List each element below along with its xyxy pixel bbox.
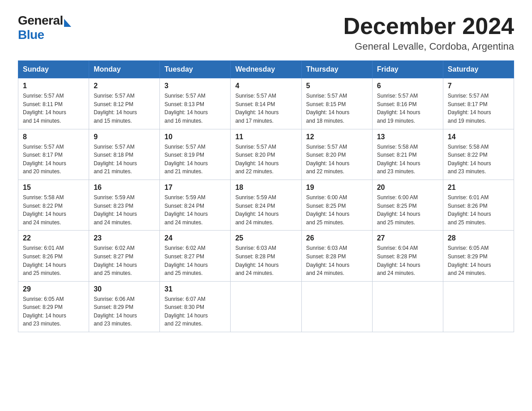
location-subtitle: General Levalle, Cordoba, Argentina [343,41,514,52]
calendar-day-cell: 15 Sunrise: 5:58 AMSunset: 8:22 PMDaylig… [18,180,89,230]
calendar-day-cell [301,281,372,332]
logo: General Blue [18,13,71,42]
day-number: 16 [94,184,155,192]
day-number: 25 [235,234,296,242]
day-info: Sunrise: 6:07 AMSunset: 8:30 PMDaylight:… [164,295,226,328]
calendar-day-cell: 23 Sunrise: 6:02 AMSunset: 8:27 PMDaylig… [89,231,160,281]
calendar-day-cell: 10 Sunrise: 5:57 AMSunset: 8:19 PMDaylig… [160,129,231,180]
day-info: Sunrise: 5:57 AMSunset: 8:17 PMDaylight:… [448,92,509,125]
day-info: Sunrise: 5:57 AMSunset: 8:20 PMDaylight:… [306,143,368,176]
day-number: 22 [23,234,84,242]
calendar-header-row: SundayMondayTuesdayWednesdayThursdayFrid… [18,61,514,78]
calendar-day-cell: 1 Sunrise: 5:57 AMSunset: 8:11 PMDayligh… [18,78,89,129]
day-number: 12 [306,133,368,141]
day-number: 17 [164,184,226,192]
day-info: Sunrise: 5:57 AMSunset: 8:16 PMDaylight:… [377,92,438,125]
day-info: Sunrise: 6:01 AMSunset: 8:26 PMDaylight:… [23,244,84,277]
logo-general-text: General [18,13,63,28]
calendar-day-cell: 19 Sunrise: 6:00 AMSunset: 8:25 PMDaylig… [301,180,372,230]
calendar-week-row: 15 Sunrise: 5:58 AMSunset: 8:22 PMDaylig… [18,180,514,230]
calendar-week-row: 1 Sunrise: 5:57 AMSunset: 8:11 PMDayligh… [18,78,514,129]
day-number: 19 [306,184,368,192]
header-monday: Monday [89,61,160,78]
day-number: 21 [448,184,509,192]
day-info: Sunrise: 5:59 AMSunset: 8:23 PMDaylight:… [94,193,155,227]
header-sunday: Sunday [18,61,89,78]
day-number: 30 [94,285,155,293]
day-info: Sunrise: 5:57 AMSunset: 8:11 PMDaylight:… [23,92,84,125]
calendar-day-cell: 5 Sunrise: 5:57 AMSunset: 8:15 PMDayligh… [301,78,372,129]
day-info: Sunrise: 6:00 AMSunset: 8:25 PMDaylight:… [306,193,368,227]
calendar-day-cell: 28 Sunrise: 6:05 AMSunset: 8:29 PMDaylig… [443,231,514,281]
day-number: 20 [377,184,438,192]
calendar-day-cell: 13 Sunrise: 5:58 AMSunset: 8:21 PMDaylig… [372,129,443,180]
calendar-day-cell: 27 Sunrise: 6:04 AMSunset: 8:28 PMDaylig… [372,231,443,281]
day-number: 15 [23,184,84,192]
day-number: 1 [23,82,84,90]
calendar-day-cell: 11 Sunrise: 5:57 AMSunset: 8:20 PMDaylig… [231,129,301,180]
header-wednesday: Wednesday [231,61,301,78]
day-info: Sunrise: 5:57 AMSunset: 8:14 PMDaylight:… [235,92,296,125]
day-number: 26 [306,234,368,242]
calendar-day-cell [443,281,514,332]
calendar-day-cell: 26 Sunrise: 6:03 AMSunset: 8:28 PMDaylig… [301,231,372,281]
day-number: 31 [164,285,226,293]
day-info: Sunrise: 6:00 AMSunset: 8:25 PMDaylight:… [377,193,438,227]
day-info: Sunrise: 6:04 AMSunset: 8:28 PMDaylight:… [377,244,438,277]
day-info: Sunrise: 6:02 AMSunset: 8:27 PMDaylight:… [164,244,226,277]
calendar-title-area: December 2024 General Levalle, Cordoba, … [343,13,514,52]
day-number: 24 [164,234,226,242]
day-number: 14 [448,133,509,141]
calendar-day-cell: 29 Sunrise: 6:05 AMSunset: 8:29 PMDaylig… [18,281,89,332]
calendar-day-cell: 9 Sunrise: 5:57 AMSunset: 8:18 PMDayligh… [89,129,160,180]
calendar-week-row: 22 Sunrise: 6:01 AMSunset: 8:26 PMDaylig… [18,231,514,281]
header-tuesday: Tuesday [160,61,231,78]
calendar-week-row: 29 Sunrise: 6:05 AMSunset: 8:29 PMDaylig… [18,281,514,332]
day-number: 3 [164,82,226,90]
day-info: Sunrise: 6:05 AMSunset: 8:29 PMDaylight:… [23,295,84,328]
day-number: 23 [94,234,155,242]
day-number: 8 [23,133,84,141]
day-info: Sunrise: 5:57 AMSunset: 8:18 PMDaylight:… [94,143,155,176]
calendar-day-cell: 21 Sunrise: 6:01 AMSunset: 8:26 PMDaylig… [443,180,514,230]
calendar-day-cell: 16 Sunrise: 5:59 AMSunset: 8:23 PMDaylig… [89,180,160,230]
day-info: Sunrise: 5:57 AMSunset: 8:12 PMDaylight:… [94,92,155,125]
day-info: Sunrise: 6:06 AMSunset: 8:29 PMDaylight:… [94,295,155,328]
day-info: Sunrise: 6:02 AMSunset: 8:27 PMDaylight:… [94,244,155,277]
calendar-week-row: 8 Sunrise: 5:57 AMSunset: 8:17 PMDayligh… [18,129,514,180]
day-info: Sunrise: 5:59 AMSunset: 8:24 PMDaylight:… [235,193,296,227]
day-info: Sunrise: 5:58 AMSunset: 8:21 PMDaylight:… [377,143,438,176]
day-number: 18 [235,184,296,192]
day-info: Sunrise: 5:57 AMSunset: 8:20 PMDaylight:… [235,143,296,176]
day-number: 28 [448,234,509,242]
calendar-day-cell: 31 Sunrise: 6:07 AMSunset: 8:30 PMDaylig… [160,281,231,332]
day-info: Sunrise: 5:57 AMSunset: 8:17 PMDaylight:… [23,143,84,176]
day-number: 7 [448,82,509,90]
calendar-day-cell: 20 Sunrise: 6:00 AMSunset: 8:25 PMDaylig… [372,180,443,230]
logo-blue-text: Blue [18,28,44,42]
day-info: Sunrise: 5:58 AMSunset: 8:22 PMDaylight:… [448,143,509,176]
header-saturday: Saturday [443,61,514,78]
calendar-day-cell: 7 Sunrise: 5:57 AMSunset: 8:17 PMDayligh… [443,78,514,129]
calendar-table: SundayMondayTuesdayWednesdayThursdayFrid… [18,60,514,332]
calendar-day-cell: 2 Sunrise: 5:57 AMSunset: 8:12 PMDayligh… [89,78,160,129]
day-number: 6 [377,82,438,90]
day-info: Sunrise: 5:57 AMSunset: 8:19 PMDaylight:… [164,143,226,176]
day-number: 2 [94,82,155,90]
day-info: Sunrise: 6:05 AMSunset: 8:29 PMDaylight:… [448,244,509,277]
day-number: 11 [235,133,296,141]
calendar-day-cell: 24 Sunrise: 6:02 AMSunset: 8:27 PMDaylig… [160,231,231,281]
day-info: Sunrise: 6:01 AMSunset: 8:26 PMDaylight:… [448,193,509,227]
calendar-day-cell: 22 Sunrise: 6:01 AMSunset: 8:26 PMDaylig… [18,231,89,281]
calendar-day-cell: 4 Sunrise: 5:57 AMSunset: 8:14 PMDayligh… [231,78,301,129]
day-number: 5 [306,82,368,90]
calendar-day-cell: 18 Sunrise: 5:59 AMSunset: 8:24 PMDaylig… [231,180,301,230]
calendar-day-cell: 12 Sunrise: 5:57 AMSunset: 8:20 PMDaylig… [301,129,372,180]
calendar-day-cell: 17 Sunrise: 5:59 AMSunset: 8:24 PMDaylig… [160,180,231,230]
day-info: Sunrise: 5:58 AMSunset: 8:22 PMDaylight:… [23,193,84,227]
calendar-day-cell: 8 Sunrise: 5:57 AMSunset: 8:17 PMDayligh… [18,129,89,180]
day-info: Sunrise: 6:03 AMSunset: 8:28 PMDaylight:… [306,244,368,277]
day-number: 9 [94,133,155,141]
page-header: General Blue December 2024 General Leval… [18,13,514,52]
header-friday: Friday [372,61,443,78]
